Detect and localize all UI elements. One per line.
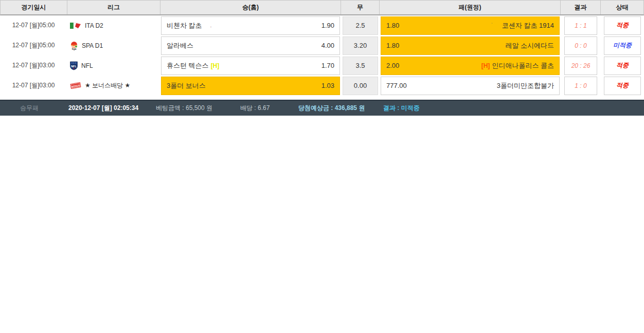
table-header: 경기일시 리그 승(홈) 무 패(원정) 결과 상태 (0, 0, 644, 15)
home-team: 3폴더 보너스 (167, 81, 206, 90)
bet-row: 12-07 [월]05:00 ITA D2 비첸차 칼초. 1.90 2.5 1… (0, 15, 644, 35)
home-odds-cell[interactable]: 비첸차 칼초. 1.90 (161, 16, 340, 35)
away-odds-cell[interactable]: 2.00 [H]인디애나폴리스 콜츠 (381, 57, 560, 75)
result-score: 20 : 26 (564, 57, 597, 75)
header-cell-draw: 무 (341, 1, 379, 14)
final-result: 결과 : 미적중 (383, 101, 420, 116)
away-team: [H]인디애나폴리스 콜츠 (481, 61, 554, 70)
header-cell-league: 리그 (67, 1, 160, 14)
home-odds-cell[interactable]: 3폴더 보너스 1.03 (161, 77, 340, 95)
svg-text:liga: liga (72, 47, 77, 50)
bet-type: 승무패 (0, 101, 59, 116)
header-cell-match-time: 경기일시 (1, 1, 67, 14)
home-odds: 1.03 (321, 82, 334, 89)
draw-odds-cell[interactable]: 3.5 (343, 57, 378, 75)
league-name: NFL (81, 62, 93, 69)
league-cell: liga SPA D1 (67, 35, 160, 55)
away-team: 레알 소시에다드 (505, 41, 554, 50)
status-badge: 적중 (604, 77, 641, 95)
draw-odds-cell[interactable]: 2.5 (343, 16, 378, 35)
match-time: 12-07 [월]03:00 (0, 55, 67, 76)
expected-winnings: 당첨예상금 : 436,885 원 (298, 101, 365, 116)
home-odds-cell[interactable]: 휴스턴 텍슨스[H] 1.70 (161, 57, 340, 75)
team-mark: ˈ (491, 22, 493, 27)
home-team: 비첸차 칼초. (167, 21, 211, 30)
away-odds-cell[interactable]: 1.80 레알 소시에다드 (381, 36, 560, 55)
result-score: 0 : 0 (564, 36, 597, 55)
match-time: 12-07 [월]03:00 (0, 76, 67, 96)
result-score: 1 : 1 (564, 16, 597, 35)
status-badge: 적중 (604, 57, 641, 75)
home-odds-cell[interactable]: 알라베스 4.00 (161, 36, 340, 55)
bet-summary-bar: 승무패 2020-12-07 [월] 02:05:34 베팅금액 : 65,50… (0, 100, 644, 116)
status-badge: 미적중 (604, 36, 641, 55)
total-odds: 배당 : 6.67 (240, 101, 270, 116)
home-team: 휴스턴 텍슨스[H] (167, 61, 219, 70)
draw-odds-cell[interactable]: 0.00 (343, 77, 378, 95)
home-odds: 1.90 (321, 22, 334, 29)
betting-history-table: 경기일시 리그 승(홈) 무 패(원정) 결과 상태 12-07 [월]05:0… (0, 0, 644, 116)
bet-row: 12-07 [월]05:00 liga SPA D1 알라베스 4.00 3.2… (0, 35, 644, 55)
header-cell-result: 결과 (560, 1, 600, 14)
bet-row: 12-07 [월]03:00 BONUS ★ 보너스배당 ★ 3폴더 보너스 1… (0, 76, 644, 96)
away-odds: 777.00 (386, 82, 407, 89)
league-cell: ITA D2 (67, 15, 160, 35)
away-team: ˈ코센자 칼초 1914 (491, 21, 554, 30)
home-odds: 4.00 (321, 42, 334, 49)
match-time: 12-07 [월]05:00 (0, 35, 67, 55)
away-odds: 1.80 (386, 42, 399, 49)
team-mark: . (210, 23, 212, 28)
italy-flag-icon (69, 22, 82, 30)
away-odds: 1.80 (386, 22, 399, 29)
league-cell: NFL NFL (67, 55, 160, 76)
status-badge: 적중 (604, 16, 641, 35)
bet-row: 12-07 [월]03:00 NFL NFL 휴스턴 텍슨스[H] 1.70 3… (0, 55, 644, 76)
away-odds-cell[interactable]: 777.00 3폴더미만조합불가 (381, 77, 560, 95)
header-cell-home-win: 승(홈) (160, 1, 341, 14)
result-score: 1 : 0 (564, 77, 597, 95)
bet-amount: 베팅금액 : 65,500 원 (156, 101, 212, 116)
away-team: 3폴더미만조합불가 (497, 81, 554, 90)
league-cell: BONUS ★ 보너스배당 ★ (67, 76, 160, 96)
league-name: SPA D1 (82, 42, 103, 49)
league-name: ★ 보너스배당 ★ (85, 81, 130, 90)
nfl-shield-icon: NFL (69, 61, 78, 70)
home-odds: 1.70 (321, 62, 334, 69)
bonus-stamp-icon: BONUS (69, 81, 82, 90)
svg-text:NFL: NFL (71, 64, 77, 67)
home-team: 알라베스 (167, 41, 193, 50)
laliga-icon: liga (69, 41, 79, 50)
league-name: ITA D2 (85, 22, 103, 29)
match-time: 12-07 [월]05:00 (0, 15, 67, 35)
away-odds: 2.00 (386, 62, 399, 69)
draw-odds-cell[interactable]: 3.20 (343, 36, 378, 55)
header-cell-away-win: 패(원정) (379, 1, 560, 14)
away-odds-cell[interactable]: 1.80 ˈ코센자 칼초 1914 (381, 16, 560, 35)
header-cell-status: 상태 (600, 1, 643, 14)
bet-datetime: 2020-12-07 [월] 02:05:34 (68, 101, 138, 116)
